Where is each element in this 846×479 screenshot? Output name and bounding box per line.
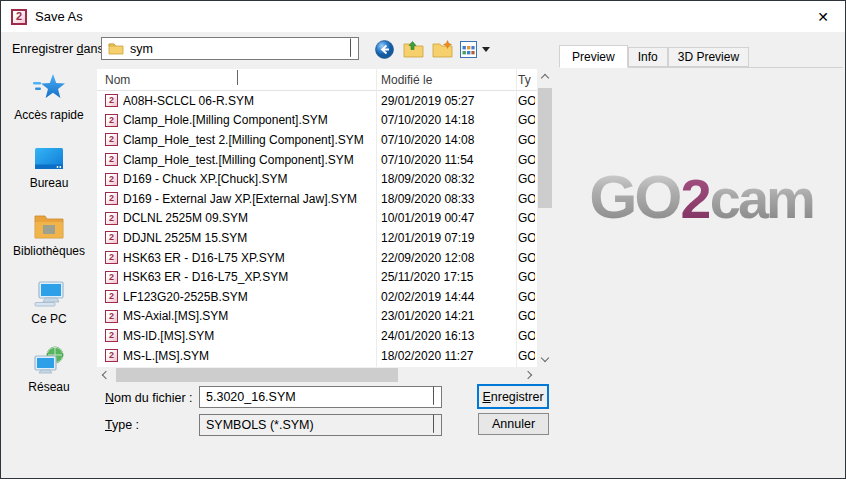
filename-input[interactable]: 5.3020_16.SYM	[199, 386, 442, 408]
view-menu-button[interactable]	[460, 38, 490, 60]
file-name: HSK63 ER - D16-L75_XP.SYM	[123, 270, 369, 284]
up-folder-icon	[403, 40, 424, 58]
file-modified-date: 18/09/2020 08:32	[381, 172, 474, 186]
sym-file-icon: 2	[105, 192, 118, 205]
file-modified-date: 07/10/2020 14:08	[381, 133, 474, 147]
up-one-level-button[interactable]	[402, 38, 424, 60]
sym-file-icon: 2	[105, 310, 118, 323]
scroll-right-icon[interactable]	[521, 367, 537, 383]
vertical-scrollbar-thumb[interactable]	[538, 88, 552, 208]
file-type: GO	[518, 251, 535, 265]
sidebar-item-libraries[interactable]: Bibliothèques	[1, 199, 97, 267]
horizontal-scrollbar[interactable]	[97, 367, 537, 383]
back-icon	[375, 40, 394, 59]
libraries-icon	[33, 208, 65, 240]
save-in-combobox[interactable]: sym	[101, 37, 359, 60]
file-name: D169 - Chuck XP.[Chuck].SYM	[123, 172, 369, 186]
scroll-down-icon[interactable]	[537, 351, 553, 367]
save-in-label: Enregistrer dans :	[12, 42, 111, 56]
column-header-type[interactable]: Ty	[518, 73, 531, 87]
table-row[interactable]: 2 MS-L.[MS].SYM 18/02/2020 11:27 GO	[97, 346, 537, 366]
table-row[interactable]: 2 A08H-SCLCL 06-R.SYM 29/01/2019 05:27 G…	[97, 91, 537, 111]
new-folder-button[interactable]	[431, 38, 453, 60]
go2cam-logo: GO 2 cam	[561, 161, 841, 232]
file-type: GO	[518, 94, 535, 108]
sym-file-icon: 2	[105, 231, 118, 244]
table-row[interactable]: 2 HSK63 ER - D16-L75_XP.SYM 25/11/2020 1…	[97, 267, 537, 287]
file-modified-date: 18/02/2020 11:27	[381, 349, 474, 363]
file-modified-date: 23/01/2020 14:21	[381, 309, 474, 323]
sidebar-item-label: Accès rapide	[14, 108, 83, 122]
sidebar-item-this-pc[interactable]: Ce PC	[1, 267, 97, 335]
places-sidebar: Accès rapide Bureau	[1, 63, 97, 403]
folder-icon	[108, 42, 124, 55]
file-name: MS-L.[MS].SYM	[123, 349, 369, 363]
window-title: Save As	[35, 9, 83, 24]
table-row[interactable]: 2 Clamp_Hole.[Milling Component].SYM 07/…	[97, 111, 537, 131]
filename-label: Nom du fichier :	[105, 391, 193, 405]
table-row[interactable]: 2 LF123G20-2525B.SYM 02/02/2019 14:44 GO	[97, 287, 537, 307]
column-header-modified[interactable]: Modifié le	[381, 73, 432, 87]
chevron-down-icon[interactable]	[350, 38, 351, 56]
file-type: GO	[518, 211, 535, 225]
file-type: GO	[518, 153, 535, 167]
cancel-button[interactable]: Annuler	[478, 413, 549, 435]
go2cam-app-icon: 2	[11, 9, 27, 25]
sidebar-item-label: Ce PC	[31, 312, 66, 326]
table-row[interactable]: 2 D169 - Chuck XP.[Chuck].SYM 18/09/2020…	[97, 169, 537, 189]
logo-part-2: 2	[681, 166, 709, 231]
save-in-value: sym	[130, 42, 153, 56]
file-modified-date: 18/09/2020 08:33	[381, 192, 474, 206]
table-row[interactable]: 2 Clamp_Hole_test.[Milling Component].SY…	[97, 150, 537, 170]
file-modified-date: 07/10/2020 11:54	[381, 153, 474, 167]
file-name: A08H-SCLCL 06-R.SYM	[123, 94, 369, 108]
file-type: GO	[518, 133, 535, 147]
file-name: DDJNL 2525M 15.SYM	[123, 231, 369, 245]
filetype-label: Type :	[105, 418, 139, 432]
file-modified-date: 02/02/2019 14:44	[381, 290, 474, 304]
title-bar: 2 Save As ✕	[1, 1, 845, 32]
table-row[interactable]: 2 D169 - External Jaw XP.[External Jaw].…	[97, 189, 537, 209]
file-name: LF123G20-2525B.SYM	[123, 290, 369, 304]
table-row[interactable]: 2 DCLNL 2525M 09.SYM 10/01/2019 00:47 GO	[97, 209, 537, 229]
tab-info[interactable]: Info	[628, 47, 668, 67]
file-rows: 2 A08H-SCLCL 06-R.SYM 29/01/2019 05:27 G…	[97, 91, 537, 367]
sym-file-icon: 2	[105, 114, 118, 127]
filetype-select[interactable]: SYMBOLS (*.SYM)	[199, 414, 442, 436]
save-button[interactable]: Enregistrer	[477, 384, 549, 409]
chevron-down-icon[interactable]	[433, 415, 434, 433]
file-modified-date: 10/01/2019 00:47	[381, 211, 474, 225]
table-row[interactable]: 2 Clamp_Hole_test 2.[Milling Component].…	[97, 130, 537, 150]
vertical-scrollbar[interactable]	[537, 69, 553, 367]
close-icon[interactable]: ✕	[801, 1, 845, 32]
chevron-down-icon[interactable]	[433, 387, 434, 405]
network-icon	[32, 344, 66, 376]
scrollbar-corner	[537, 367, 553, 383]
sym-file-icon: 2	[105, 212, 118, 225]
sym-file-icon: 2	[105, 153, 118, 166]
file-name: Clamp_Hole.[Milling Component].SYM	[123, 113, 369, 127]
scroll-left-icon[interactable]	[97, 367, 113, 383]
sidebar-item-network[interactable]: Réseau	[1, 335, 97, 403]
save-as-dialog: 2 Save As ✕ Enregistrer dans : sym	[0, 0, 846, 479]
file-type: GO	[518, 329, 535, 343]
sym-file-icon: 2	[105, 173, 118, 186]
sidebar-item-quick-access[interactable]: Accès rapide	[1, 63, 97, 131]
tab-3d-preview[interactable]: 3D Preview	[668, 47, 749, 67]
back-button[interactable]	[373, 38, 395, 60]
horizontal-scrollbar-thumb[interactable]	[116, 368, 398, 382]
table-row[interactable]: 2 MS-ID.[MS].SYM 24/01/2020 16:13 GO	[97, 326, 537, 346]
filetype-value: SYMBOLS (*.SYM)	[206, 418, 314, 432]
quick-access-star-icon	[31, 72, 67, 104]
column-header-name[interactable]: Nom	[105, 73, 130, 87]
view-menu-icon	[460, 41, 477, 58]
view-menu-caret-icon	[482, 47, 490, 52]
table-row[interactable]: 2 MS-Axial.[MS].SYM 23/01/2020 14:21 GO	[97, 307, 537, 327]
file-name: Clamp_Hole_test 2.[Milling Component].SY…	[123, 133, 369, 147]
tab-preview[interactable]: Preview	[559, 45, 628, 68]
filename-value: 5.3020_16.SYM	[206, 390, 296, 404]
scroll-up-icon[interactable]	[537, 69, 553, 85]
table-row[interactable]: 2 DDJNL 2525M 15.SYM 12/01/2019 07:19 GO	[97, 228, 537, 248]
sidebar-item-desktop[interactable]: Bureau	[1, 131, 97, 199]
table-row[interactable]: 2 HSK63 ER - D16-L75 XP.SYM 22/09/2020 1…	[97, 248, 537, 268]
